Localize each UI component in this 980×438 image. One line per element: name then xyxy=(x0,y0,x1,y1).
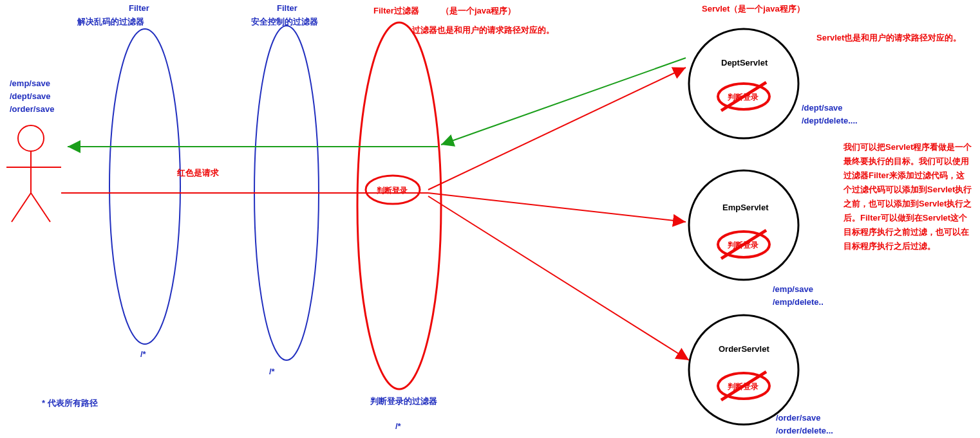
emp-paths: /emp/save /emp/delete.. xyxy=(773,283,824,309)
filter1-title: Filter xyxy=(129,3,149,13)
filter2-title: Filter xyxy=(277,3,297,13)
emp-servlet-circle xyxy=(689,170,798,280)
order-inner-label: 判断登录 xyxy=(728,381,759,392)
svg-line-3 xyxy=(31,193,50,222)
emp-inner-label: 判断登录 xyxy=(728,240,759,251)
dept-inner-label: 判断登录 xyxy=(728,92,759,103)
diagram-root: { "filters": { "encoding": { "title": "F… xyxy=(0,0,980,438)
filter3-title: Filter过滤器 xyxy=(373,5,419,17)
dept-paths: /dept/save /dept/delete.... xyxy=(802,102,858,127)
dept-servlet-name: DeptServlet xyxy=(721,58,768,68)
resp-dept-to-filter xyxy=(441,58,686,145)
filter3-inner-label: 判断登录 xyxy=(377,185,408,196)
filter3-desc2: 过滤器也是和用户的请求路径对应的。 xyxy=(412,24,554,36)
request-note: 红色是请求 xyxy=(177,167,219,179)
order-paths: /order/save /order/delete... xyxy=(776,412,833,437)
req-to-emp xyxy=(428,193,686,222)
filter2-pattern: /* xyxy=(269,367,275,376)
filter3-bottom-desc: 判断登录的过滤器 xyxy=(370,396,437,407)
filter-login-ellipse xyxy=(357,23,441,389)
servlets-header: Servlet（是一个java程序） xyxy=(702,3,805,15)
user-paths: /emp/save /dept/save /order/save xyxy=(10,77,54,116)
filter3-pattern: /* xyxy=(395,421,401,431)
emp-servlet-name: EmpServlet xyxy=(722,203,769,212)
servlets-note: Servlet也是和用户的请求路径对应的。 xyxy=(816,32,961,44)
user-icon xyxy=(6,125,61,222)
svg-line-2 xyxy=(12,193,31,222)
filter2-desc: 安全控制的过滤器 xyxy=(251,16,318,28)
req-to-order xyxy=(428,196,689,360)
diagram-svg xyxy=(0,0,980,438)
explanation-text: 我们可以把Servlet程序看做是一个最终要执行的目标。我们可以使用过滤器Fil… xyxy=(843,140,972,253)
order-servlet-circle xyxy=(689,315,798,424)
filter1-desc: 解决乱码的过滤器 xyxy=(77,16,144,28)
filter3-note: （是一个java程序） xyxy=(441,5,516,17)
req-to-dept xyxy=(428,68,686,190)
wildcard-note: * 代表所有路径 xyxy=(42,397,98,409)
filter1-pattern: /* xyxy=(140,349,146,359)
svg-point-0 xyxy=(18,125,44,151)
order-servlet-name: OrderServlet xyxy=(719,344,769,354)
filter-encoding-ellipse xyxy=(109,29,180,344)
